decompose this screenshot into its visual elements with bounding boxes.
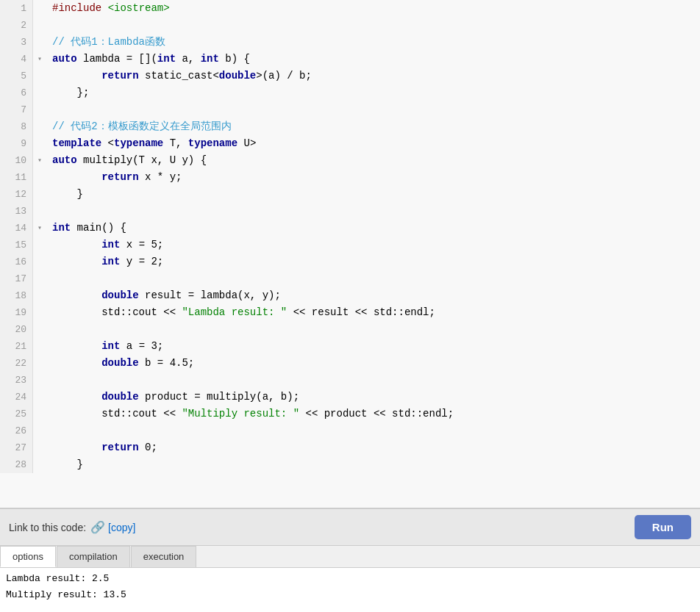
tab-compilation[interactable]: compilation (57, 546, 130, 567)
line-number: 27 (0, 439, 33, 456)
fold-indicator[interactable]: ▾ (33, 220, 46, 237)
line-content: return 0; (46, 439, 700, 456)
code-row: 27 return 0; (0, 439, 700, 456)
code-row: 20 (0, 321, 700, 338)
line-content: double b = 4.5; (46, 355, 700, 372)
tab-execution[interactable]: execution (131, 546, 197, 567)
fold-indicator[interactable]: ▾ (33, 152, 46, 169)
line-number: 6 (0, 84, 33, 101)
code-row: 15 int x = 5; (0, 237, 700, 253)
line-number: 24 (0, 389, 33, 406)
link-bar: Link to this code: 🔗 [copy] Run (0, 508, 700, 546)
line-number: 4 (0, 51, 33, 68)
code-row: 9template <typename T, typename U> (0, 135, 700, 152)
code-row: 7 (0, 101, 700, 118)
line-content (46, 270, 700, 287)
line-number: 9 (0, 135, 33, 152)
line-number: 25 (0, 406, 33, 422)
line-number: 19 (0, 304, 33, 321)
line-content: auto lambda = [](int a, int b) { (46, 51, 700, 68)
line-content: double result = lambda(x, y); (46, 287, 700, 304)
code-row: 16 int y = 2; (0, 253, 700, 270)
code-row: 14▾int main() { (0, 220, 700, 237)
code-row: 28 } (0, 456, 700, 473)
code-row: 21 int a = 3; (0, 338, 700, 355)
line-content: int main() { (46, 220, 700, 237)
code-row: 19 std::cout << "Lambda result: " << res… (0, 304, 700, 321)
line-content: #include <iostream> (46, 0, 700, 17)
link-icon: 🔗 (90, 520, 105, 535)
code-row: 23 (0, 372, 700, 389)
output-line: Multiply result: 13.5 (6, 587, 694, 603)
line-content (46, 101, 700, 118)
line-content: // 代码2：模板函数定义在全局范围内 (46, 118, 700, 135)
line-content: auto multiply(T x, U y) { (46, 152, 700, 169)
line-number: 14 (0, 220, 33, 237)
line-number: 26 (0, 422, 33, 439)
run-button[interactable]: Run (635, 515, 691, 539)
copy-link[interactable]: [copy] (108, 522, 135, 533)
code-row: 24 double product = multiply(a, b); (0, 389, 700, 406)
line-number: 21 (0, 338, 33, 355)
code-row: 13 (0, 203, 700, 220)
tabs-bar: options compilation execution (0, 546, 700, 568)
line-number: 23 (0, 372, 33, 389)
code-row: 5 return static_cast<double>(a) / b; (0, 68, 700, 84)
link-label: Link to this code: (9, 522, 86, 533)
line-content: // 代码1：Lambda函数 (46, 34, 700, 51)
fold-indicator[interactable]: ▾ (33, 51, 46, 68)
line-number: 12 (0, 186, 33, 203)
code-row: 25 std::cout << "Multiply result: " << p… (0, 406, 700, 422)
line-number: 18 (0, 287, 33, 304)
line-content: int a = 3; (46, 338, 700, 355)
line-content: std::cout << "Lambda result: " << result… (46, 304, 700, 321)
line-content: double product = multiply(a, b); (46, 389, 700, 406)
code-row: 12 } (0, 186, 700, 203)
code-row: 11 return x * y; (0, 169, 700, 186)
line-number: 7 (0, 101, 33, 118)
line-number: 13 (0, 203, 33, 220)
line-content (46, 321, 700, 338)
line-content: } (46, 456, 700, 473)
line-content: return x * y; (46, 169, 700, 186)
code-row: 1#include <iostream> (0, 0, 700, 17)
line-content: std::cout << "Multiply result: " << prod… (46, 406, 700, 422)
code-row: 22 double b = 4.5; (0, 355, 700, 372)
code-row: 6 }; (0, 84, 700, 101)
output-area: Lambda result: 2.5Multiply result: 13.5 (0, 568, 700, 612)
line-content (46, 422, 700, 439)
line-number: 17 (0, 270, 33, 287)
code-row: 17 (0, 270, 700, 287)
line-number: 16 (0, 253, 33, 270)
code-row: 8// 代码2：模板函数定义在全局范围内 (0, 118, 700, 135)
code-row: 4▾auto lambda = [](int a, int b) { (0, 51, 700, 68)
code-row: 10▾auto multiply(T x, U y) { (0, 152, 700, 169)
line-number: 20 (0, 321, 33, 338)
line-number: 2 (0, 17, 33, 34)
output-line: Lambda result: 2.5 (6, 571, 694, 587)
line-number: 5 (0, 68, 33, 84)
code-row: 26 (0, 422, 700, 439)
line-content: template <typename T, typename U> (46, 135, 700, 152)
line-content (46, 372, 700, 389)
code-row: 2 (0, 17, 700, 34)
line-content: int x = 5; (46, 237, 700, 253)
code-row: 3// 代码1：Lambda函数 (0, 34, 700, 51)
line-content: int y = 2; (46, 253, 700, 270)
line-number: 3 (0, 34, 33, 51)
line-content (46, 203, 700, 220)
line-number: 10 (0, 152, 33, 169)
line-content (46, 17, 700, 34)
code-row: 18 double result = lambda(x, y); (0, 287, 700, 304)
line-content: }; (46, 84, 700, 101)
line-number: 15 (0, 237, 33, 253)
line-number: 8 (0, 118, 33, 135)
line-content: } (46, 186, 700, 203)
line-number: 22 (0, 355, 33, 372)
line-number: 28 (0, 456, 33, 473)
line-number: 1 (0, 0, 33, 17)
line-number: 11 (0, 169, 33, 186)
line-content: return static_cast<double>(a) / b; (46, 68, 700, 84)
code-editor[interactable]: 1#include <iostream>2 3// 代码1：Lambda函数4▾… (0, 0, 700, 508)
tab-options[interactable]: options (0, 546, 56, 567)
